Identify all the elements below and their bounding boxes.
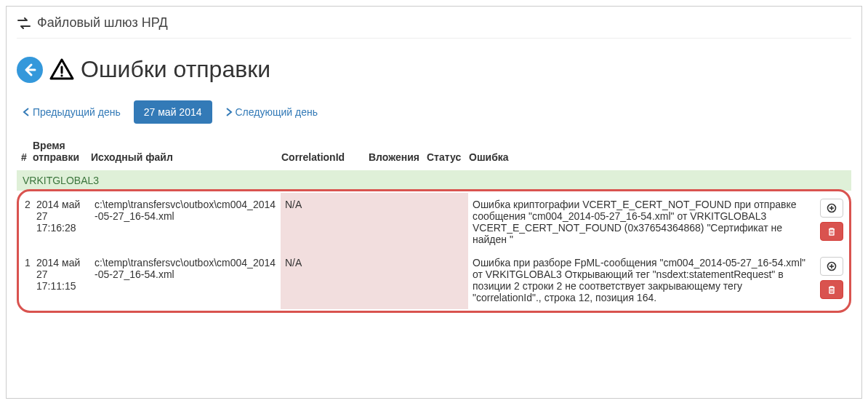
plus-circle-icon — [827, 203, 837, 213]
col-header-file: Исходный файл — [87, 135, 277, 170]
col-header-time: Время отправки — [28, 135, 87, 170]
resend-button[interactable] — [820, 257, 843, 276]
prev-day-label: Предыдущий день — [33, 106, 121, 118]
current-date-button[interactable]: 27 май 2014 — [134, 100, 212, 124]
plus-circle-icon — [827, 261, 837, 271]
group-name: VRKITGLOBAL3 — [17, 170, 851, 191]
cell-file: c:\temp\transfersvc\outbox\cm004_2014-05… — [90, 193, 281, 251]
page-header: Ошибки отправки — [17, 56, 851, 83]
current-date-label: 27 май 2014 — [144, 106, 202, 118]
col-header-corr: CorrelationId — [277, 135, 364, 170]
cell-att — [368, 193, 426, 251]
cell-att — [368, 251, 426, 309]
cell-time: 2014 май 27 17:16:28 — [32, 193, 90, 251]
svg-point-1 — [60, 74, 63, 76]
next-day-link[interactable]: Следующий день — [225, 106, 318, 118]
cell-corr: N/A — [281, 193, 368, 251]
trash-icon — [827, 226, 837, 236]
table-row: 2 2014 май 27 17:16:28 c:\temp\transfers… — [20, 193, 848, 251]
chevron-right-icon — [225, 108, 233, 116]
resend-button[interactable] — [820, 199, 843, 218]
col-header-actions — [818, 135, 851, 170]
errors-table-body: 2 2014 май 27 17:16:28 c:\temp\transfers… — [20, 193, 848, 309]
trash-icon — [827, 284, 837, 295]
page-title: Ошибки отправки — [81, 56, 270, 83]
app-title-bar: Файловый шлюз НРД — [17, 14, 851, 38]
errors-table-head: # Время отправки Исходный файл Correlati… — [17, 135, 851, 191]
warning-icon — [49, 57, 75, 83]
divider — [17, 38, 851, 39]
cell-actions — [814, 193, 848, 251]
cell-num: 2 — [20, 193, 32, 251]
app-title-text: Файловый шлюз НРД — [37, 15, 168, 31]
date-navigator: Предыдущий день 27 май 2014 Следующий де… — [23, 100, 851, 124]
cell-actions — [814, 251, 848, 309]
group-row: VRKITGLOBAL3 — [17, 170, 851, 191]
chevron-left-icon — [23, 108, 30, 116]
cell-status — [426, 193, 468, 251]
table-header-row: # Время отправки Исходный файл Correlati… — [17, 135, 851, 170]
cell-err: Ошибка при разборе FpML-сообщения "cm004… — [468, 251, 814, 309]
transfer-icon — [17, 17, 31, 29]
col-header-num: # — [17, 135, 28, 170]
app-frame: Файловый шлюз НРД Ошибки отправки Предыд… — [6, 6, 862, 399]
delete-button[interactable] — [820, 280, 843, 299]
delete-button[interactable] — [820, 222, 843, 241]
highlight-annotation: 2 2014 май 27 17:16:28 c:\temp\transfers… — [17, 189, 851, 313]
cell-err: Ошибка криптографии VCERT_E_CERT_NOT_FOU… — [468, 193, 814, 251]
prev-day-link[interactable]: Предыдущий день — [23, 106, 121, 118]
col-header-att: Вложения — [364, 135, 422, 170]
cell-status — [426, 251, 468, 309]
cell-corr: N/A — [281, 251, 368, 309]
cell-time: 2014 май 27 17:11:15 — [32, 251, 90, 309]
cell-file: c:\temp\transfersvc\outbox\cm004_2014-05… — [90, 251, 281, 309]
next-day-label: Следующий день — [236, 106, 318, 118]
cell-num: 1 — [20, 251, 32, 309]
col-header-status: Статус — [422, 135, 465, 170]
back-button[interactable] — [17, 57, 43, 83]
table-row: 1 2014 май 27 17:11:15 c:\temp\transfers… — [20, 251, 848, 309]
col-header-err: Ошибка — [465, 135, 818, 170]
